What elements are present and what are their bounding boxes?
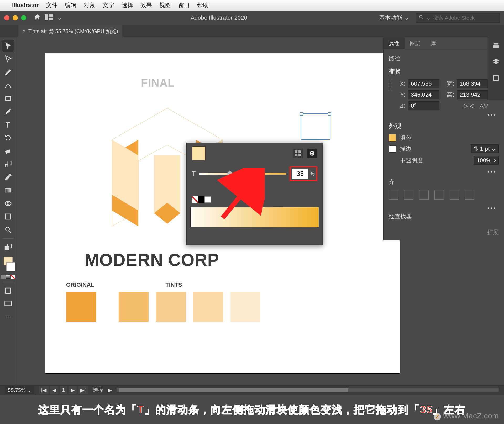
- align-left-icon[interactable]: [389, 190, 398, 200]
- rectangle-tool[interactable]: [2, 92, 14, 104]
- swatches-grid-icon[interactable]: [293, 149, 303, 158]
- search-input[interactable]: [433, 15, 497, 21]
- tab-layers[interactable]: 图层: [405, 37, 426, 49]
- direct-selection-tool[interactable]: [2, 53, 14, 65]
- chevron-down-icon[interactable]: ⌄: [57, 14, 62, 21]
- fill-stroke-indicator[interactable]: [4, 257, 13, 275]
- window-minimize-button[interactable]: [13, 15, 18, 20]
- curvature-tool[interactable]: [2, 79, 14, 91]
- align-hcenter-icon[interactable]: [404, 190, 413, 200]
- angle-field[interactable]: 0°: [408, 101, 439, 110]
- svg-rect-0: [45, 14, 48, 20]
- paintbrush-tool[interactable]: [2, 106, 14, 118]
- home-icon[interactable]: [34, 13, 41, 22]
- eraser-tool[interactable]: [2, 145, 14, 157]
- document-tab[interactable]: × Tints.ai* @ 55.75% (CMYK/GPU 预览): [18, 25, 122, 37]
- svg-line-16: [9, 231, 11, 233]
- h-field[interactable]: 213.942: [457, 90, 488, 99]
- align-right-icon[interactable]: [419, 190, 429, 200]
- selection-tool[interactable]: [2, 40, 14, 52]
- shape-builder-tool[interactable]: [2, 197, 14, 210]
- zoom-field[interactable]: 55.75% ⌄: [5, 386, 34, 394]
- tab-libraries[interactable]: 库: [426, 37, 441, 49]
- pen-tool[interactable]: [2, 66, 14, 78]
- menu-edit[interactable]: 编辑: [65, 1, 76, 9]
- horizontal-scrollbar[interactable]: [117, 388, 499, 392]
- window-zoom-button[interactable]: [21, 15, 26, 20]
- menu-type[interactable]: 文字: [103, 1, 114, 9]
- artboard-number-field[interactable]: 1: [60, 386, 67, 394]
- svg-rect-21: [295, 150, 297, 153]
- y-field[interactable]: 346.024: [408, 90, 439, 99]
- edit-toolbar-icon[interactable]: ⋯: [2, 311, 14, 323]
- menu-effect[interactable]: 效果: [140, 1, 152, 9]
- flip-horizontal-icon[interactable]: ▷|◁: [464, 102, 474, 109]
- mac-menubar: Illustrator 文件 编辑 对象 文字 选择 效果 视图 窗口 帮助: [0, 0, 504, 11]
- none-swatch-icon[interactable]: [192, 196, 198, 203]
- color-mixer-icon[interactable]: [307, 149, 317, 158]
- nav-last-icon[interactable]: ▶I: [78, 386, 88, 394]
- gradient-mode-icon[interactable]: [6, 275, 10, 279]
- app-chrome-bar: ⌄ Adobe Illustrator 2020 基本功能 ⌄ ⌄: [0, 11, 504, 25]
- w-field[interactable]: 168.394: [457, 79, 488, 88]
- zoom-tool[interactable]: [2, 224, 14, 236]
- fill-swatch[interactable]: [389, 134, 396, 142]
- current-fill-swatch[interactable]: [192, 146, 206, 160]
- window-close-button[interactable]: [4, 15, 9, 20]
- h-label: 高:: [445, 91, 454, 99]
- white-swatch-icon[interactable]: [204, 196, 211, 203]
- nav-prev-icon[interactable]: ◀: [50, 386, 58, 394]
- status-dropdown-icon[interactable]: ▶: [108, 387, 112, 393]
- color-mode-icon[interactable]: [1, 275, 6, 279]
- more-options-icon[interactable]: •••: [389, 167, 499, 176]
- menu-object[interactable]: 对象: [84, 1, 95, 9]
- draw-mode-icon[interactable]: [2, 285, 14, 297]
- stroke-swatch[interactable]: [389, 145, 396, 153]
- selection-bounding-box[interactable]: [301, 113, 330, 140]
- screen-mode-icon[interactable]: [2, 298, 14, 310]
- type-tool[interactable]: T: [2, 119, 14, 131]
- menu-window[interactable]: 窗口: [178, 1, 190, 9]
- black-swatch-icon[interactable]: [198, 196, 204, 203]
- library-panel-icon[interactable]: [492, 41, 501, 50]
- flip-vertical-icon[interactable]: △▽: [479, 102, 488, 109]
- swatch-row: [66, 292, 268, 322]
- scale-tool[interactable]: [2, 158, 14, 170]
- none-mode-icon[interactable]: [11, 275, 15, 279]
- gradient-tool[interactable]: [2, 184, 14, 196]
- menu-file[interactable]: 文件: [46, 1, 57, 9]
- artboard-tool[interactable]: [2, 211, 14, 223]
- svg-rect-5: [6, 97, 11, 101]
- rotate-tool[interactable]: [2, 132, 14, 144]
- more-options-icon[interactable]: •••: [389, 204, 499, 213]
- tint-value-input[interactable]: 35: [292, 169, 308, 179]
- close-icon[interactable]: ×: [23, 28, 26, 34]
- x-field[interactable]: 607.586: [408, 79, 439, 88]
- layers-panel-icon[interactable]: [492, 57, 501, 66]
- menu-select[interactable]: 选择: [122, 1, 133, 9]
- align-vcenter-icon[interactable]: [450, 190, 459, 200]
- search-adobe-stock[interactable]: ⌄: [416, 13, 500, 23]
- more-options-icon[interactable]: •••: [389, 110, 499, 119]
- tint-ramp[interactable]: [190, 207, 319, 227]
- artboards-panel-icon[interactable]: [492, 74, 501, 82]
- menu-view[interactable]: 视图: [159, 1, 171, 9]
- menu-help[interactable]: 帮助: [197, 1, 209, 9]
- menubar-app-name[interactable]: Illustrator: [12, 2, 39, 9]
- fill-stroke-swap-icon[interactable]: [2, 241, 14, 253]
- stroke-weight-field[interactable]: ⇅1 pt⌄: [471, 144, 499, 153]
- tint-slider-track[interactable]: [200, 173, 286, 175]
- none-black-white-swatches: [192, 196, 317, 203]
- nav-first-icon[interactable]: I◀: [39, 386, 49, 394]
- eyedropper-tool[interactable]: [2, 171, 14, 183]
- reference-point-icon[interactable]: [389, 79, 391, 91]
- opacity-field[interactable]: 100%›: [474, 156, 499, 165]
- tab-properties[interactable]: 属性: [384, 37, 405, 49]
- tint-slider-thumb[interactable]: [227, 170, 233, 177]
- workspace-dropdown[interactable]: 基本功能 ⌄: [376, 13, 412, 23]
- align-bottom-icon[interactable]: [465, 190, 474, 200]
- arrange-documents-icon[interactable]: [45, 14, 54, 22]
- align-top-icon[interactable]: [434, 190, 444, 200]
- nav-next-icon[interactable]: ▶: [69, 386, 77, 394]
- swatch-tint-1: [119, 292, 149, 322]
